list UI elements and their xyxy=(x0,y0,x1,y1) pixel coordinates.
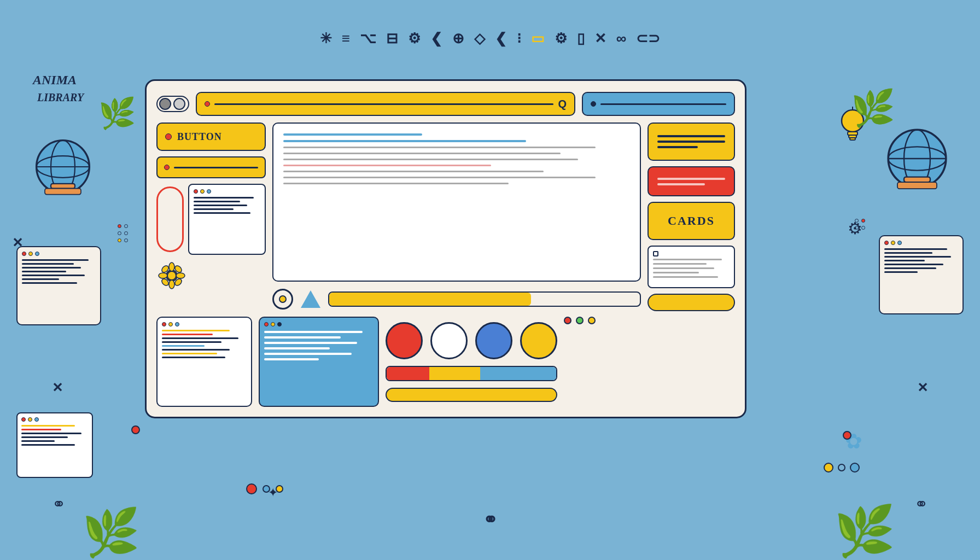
card-l4 xyxy=(653,272,699,273)
diamond-icon: ◇ xyxy=(474,30,485,47)
prog-red xyxy=(387,367,429,380)
triangle-icon xyxy=(301,290,320,308)
brl-1 xyxy=(657,135,726,137)
bmw-dot-y xyxy=(271,322,275,326)
svg-point-0 xyxy=(37,141,90,194)
card-l3 xyxy=(653,267,714,269)
bmw-lines xyxy=(264,331,374,360)
swl-line-2 xyxy=(22,263,74,265)
blw-l2 xyxy=(162,334,213,335)
button-main[interactable]: BUTTON xyxy=(156,122,266,151)
deco-circles-bottom xyxy=(824,463,860,472)
brl-2 xyxy=(657,141,726,143)
circle-inner xyxy=(279,295,287,303)
swr-line-3 xyxy=(884,256,951,258)
cl-4 xyxy=(283,153,561,154)
mini-line-3 xyxy=(21,433,81,434)
content-lines xyxy=(283,133,630,184)
side-window-left xyxy=(16,246,101,325)
cl-8 xyxy=(283,177,596,178)
toggle-switch[interactable] xyxy=(156,96,189,112)
card-l5 xyxy=(653,276,718,278)
circles-area xyxy=(386,317,557,407)
circle-icon-1 xyxy=(272,289,293,310)
dot-r1 xyxy=(564,317,571,324)
svg-rect-11 xyxy=(897,182,937,189)
svg-rect-13 xyxy=(848,132,858,135)
swl-dot-blue xyxy=(35,252,39,256)
chevron2-icon: ❮ xyxy=(495,30,507,47)
swr-line-7 xyxy=(884,271,918,273)
blw-l6 xyxy=(162,349,230,351)
swr-dot-blue xyxy=(897,241,902,245)
frame-content: BUTTON xyxy=(156,122,735,311)
search-bar-blue[interactable] xyxy=(582,92,735,116)
blw-dot-b xyxy=(175,322,179,326)
capsule-yellow xyxy=(648,294,735,311)
swl-line-6 xyxy=(22,278,59,280)
sb-line xyxy=(600,103,726,105)
svg-rect-4 xyxy=(51,184,75,189)
cl-7 xyxy=(283,171,544,172)
scissors-right: ⚭ xyxy=(914,494,928,514)
progress-bar xyxy=(328,291,641,307)
big-circle-blue xyxy=(475,322,512,359)
bottom-capsule xyxy=(386,388,557,402)
berry-left xyxy=(131,425,140,434)
btn2-line xyxy=(174,167,258,168)
blw-l5 xyxy=(162,345,205,347)
btn-right-red[interactable] xyxy=(648,166,735,196)
content-card xyxy=(272,122,641,282)
swr-dot-red xyxy=(884,241,889,245)
globe-left xyxy=(33,137,93,197)
svg-point-19 xyxy=(169,280,174,289)
swr-line-6 xyxy=(884,267,936,269)
bottom-right-area xyxy=(564,317,735,407)
search-bar-yellow[interactable]: Q xyxy=(196,92,575,116)
brl-r2 xyxy=(657,183,705,185)
big-circle-red xyxy=(386,322,423,359)
blw-l8 xyxy=(162,357,225,358)
mini-dot-yellow xyxy=(28,417,32,422)
svg-point-1 xyxy=(51,141,75,194)
x-icon: ✕ xyxy=(594,30,606,47)
pill-red[interactable] xyxy=(156,186,184,252)
bmw-dot-r xyxy=(264,322,269,326)
prog-yellow xyxy=(429,367,480,380)
button-secondary[interactable] xyxy=(156,156,266,178)
dots-left xyxy=(118,224,128,242)
swr-line-5 xyxy=(884,264,943,265)
swl-line-1 xyxy=(22,259,89,261)
btn-cards[interactable]: CARDS xyxy=(648,202,735,240)
star-icon: ✳ xyxy=(320,30,332,47)
mw-l1 xyxy=(194,197,254,199)
search-dot-red xyxy=(205,101,210,107)
side-window-right xyxy=(879,235,964,314)
blw-l4 xyxy=(162,341,221,343)
mw-l3 xyxy=(194,205,247,206)
card-l2 xyxy=(653,263,707,265)
gear-icon-2: ⚙ xyxy=(555,30,567,47)
main-bottom-row xyxy=(272,287,641,311)
bml-6 xyxy=(264,358,319,360)
pill-row xyxy=(156,184,266,255)
prog-blue xyxy=(480,367,557,380)
swl-line-3 xyxy=(22,267,81,269)
x-mark-left: ✕ xyxy=(12,235,23,250)
bml-4 xyxy=(264,347,330,349)
mini-topbar xyxy=(21,417,88,422)
bml-5 xyxy=(264,353,352,355)
svg-rect-10 xyxy=(904,177,930,183)
plant-bottom-right: 🌿 xyxy=(834,503,895,560)
dot-g1 xyxy=(576,317,584,324)
infinity-deco: ⚭ xyxy=(483,509,498,530)
svg-rect-5 xyxy=(45,189,81,195)
frame-main xyxy=(272,122,641,311)
brand-label: ANIMA LIBRARY xyxy=(33,71,84,105)
btn-right-yellow-1[interactable] xyxy=(648,122,735,161)
swl-line-4 xyxy=(22,271,66,272)
bracket-icon: ⌥ xyxy=(360,30,376,47)
colon-icon: ⁝ xyxy=(517,30,521,47)
big-circle-yellow xyxy=(520,322,557,359)
rect-icon: ▯ xyxy=(577,30,585,47)
